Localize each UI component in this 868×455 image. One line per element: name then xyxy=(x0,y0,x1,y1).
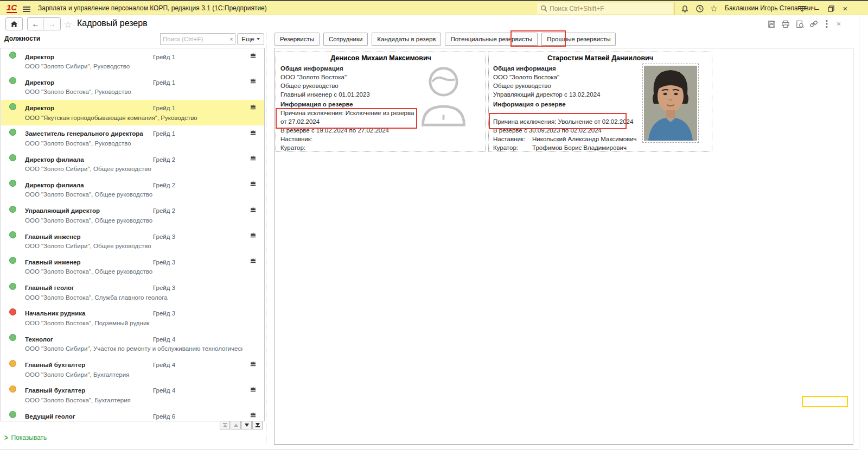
reservist-position: Главный инженер с 01.01.2023 xyxy=(280,90,420,99)
position-grade: Грейд 1 xyxy=(153,105,175,111)
status-dot-green xyxy=(9,257,16,264)
position-row[interactable]: Главный геологГрейд 3ООО "Золото Востока… xyxy=(1,280,264,305)
position-name: Главный бухгалтер xyxy=(25,362,153,368)
crown-icon xyxy=(250,231,257,238)
status-dot-green xyxy=(9,154,16,161)
reservist-name: Старостин Матвей Даниилович xyxy=(489,54,712,64)
position-grade: Грейд 6 xyxy=(153,413,175,420)
position-name: Главный инженер xyxy=(25,233,153,240)
section-reserve: Информация о резерве xyxy=(280,100,420,109)
forward-button[interactable]: → xyxy=(44,18,60,30)
curator-row: Куратор: xyxy=(280,143,420,152)
minimize-button[interactable]: – xyxy=(812,3,822,14)
tab-2[interactable]: Сотрудники xyxy=(323,33,368,46)
position-grade: Грейд 3 xyxy=(153,233,175,240)
mentor-row: Наставник: xyxy=(280,135,420,143)
position-row[interactable]: Управляющий директорГрейд 2ООО "Золото В… xyxy=(1,203,264,228)
close-form-button[interactable]: × xyxy=(833,19,844,29)
print-icon[interactable] xyxy=(780,19,791,29)
position-row[interactable]: Заместитель генерального директораГрейд … xyxy=(1,125,264,151)
status-dot-red xyxy=(9,308,16,315)
section-reserve: Информация о резерве xyxy=(493,100,637,109)
panel-splitter[interactable] xyxy=(266,33,266,445)
app-title: Зарплата и управление персоналом КОРП, р… xyxy=(38,4,267,12)
reservist-card-1: Денисов Михаил МаксимовичОбщая информаци… xyxy=(276,52,486,152)
status-dot-green xyxy=(9,206,16,213)
position-row[interactable]: Главный инженерГрейд 3ООО "Золото Сибири… xyxy=(1,228,264,254)
status-dot-green xyxy=(9,334,16,341)
position-row[interactable]: Директор филиалаГрейд 2ООО "Золото Восто… xyxy=(1,176,264,202)
show-filter-link[interactable]: > Показывать xyxy=(4,434,47,441)
position-row[interactable]: ДиректорГрейд 1ООО "Золото Востока", Рук… xyxy=(1,74,264,99)
position-row[interactable]: Главный инженерГрейд 3ООО "Золото Восток… xyxy=(1,254,264,279)
position-org: ООО "Золото Востока", Общее руководство xyxy=(25,268,242,279)
add-favorite-star-icon[interactable]: ☆ xyxy=(64,19,72,30)
save-icon[interactable] xyxy=(766,19,777,29)
reservist-dept: Общее руководство xyxy=(493,81,637,90)
reservist-card-2: Старостин Матвей ДанииловичОбщая информа… xyxy=(488,52,712,152)
exclusion-reason: Причина исключения: Увольнение от 02.02.… xyxy=(493,117,637,126)
positions-search-input[interactable] xyxy=(160,33,228,45)
home-button[interactable] xyxy=(5,17,23,30)
home-icon xyxy=(10,21,18,28)
main-menu-icon[interactable] xyxy=(23,5,30,15)
service-menu-icon[interactable] xyxy=(796,3,807,14)
position-org: ООО "Золото Востока", Бухгалтерия xyxy=(25,397,242,408)
position-name: Главный геолог xyxy=(25,285,153,291)
restore-button[interactable] xyxy=(826,3,837,14)
reservist-org: ООО "Золото Востока" xyxy=(280,73,420,81)
position-grade: Грейд 3 xyxy=(153,285,175,291)
position-name: Технолог xyxy=(25,336,153,343)
global-search-input[interactable]: Поиск Ctrl+Shift+F xyxy=(537,3,673,14)
get-link-icon[interactable] xyxy=(808,19,819,29)
position-name: Главный инженер xyxy=(25,259,153,266)
tab-5-active[interactable]: Прошлые резервисты xyxy=(541,33,616,46)
search-clear-button[interactable]: × xyxy=(228,33,235,45)
tab-3[interactable]: Кандидаты в резерв xyxy=(372,33,441,46)
position-name: Директор xyxy=(25,79,153,86)
curator-value: Трофимов Борис Владимирович xyxy=(532,144,627,151)
titlebar-divider xyxy=(674,2,675,15)
back-button[interactable]: ← xyxy=(28,18,44,30)
more-button[interactable]: Еще xyxy=(237,33,264,45)
position-org: ООО "Золото Востока", Общее руководство xyxy=(25,217,242,228)
tab-4[interactable]: Потенциальные резервисты xyxy=(445,33,538,46)
position-row[interactable]: Ведущий геологГрейд 6 xyxy=(1,408,264,421)
window-frame-bottom xyxy=(0,449,859,450)
position-row[interactable]: ТехнологГрейд 4ООО "Золото Сибири", Учас… xyxy=(1,331,264,356)
status-dot-green xyxy=(9,411,16,418)
position-name: Директор xyxy=(25,54,153,60)
position-row[interactable]: Начальник рудникаГрейд 3ООО "Золото Вост… xyxy=(1,305,264,331)
mentor-value: Никольский Александр Максимович xyxy=(532,136,637,142)
history-icon[interactable] xyxy=(694,3,705,14)
position-grade: Грейд 4 xyxy=(153,387,175,394)
status-dot-orange xyxy=(9,360,16,367)
position-row[interactable]: Главный бухгалтерГрейд 4ООО "Золото Вост… xyxy=(1,382,264,408)
position-org: ООО "Золото Востока", Руководство xyxy=(25,89,242,99)
go-previous-button[interactable] xyxy=(231,421,241,429)
position-org: ООО "Золото Сибири", Руководство xyxy=(25,63,242,74)
position-grade: Грейд 3 xyxy=(153,259,175,266)
more-actions-kebab-icon[interactable] xyxy=(821,19,832,29)
crown-icon xyxy=(250,52,257,59)
crown-icon xyxy=(250,411,257,418)
preview-icon[interactable] xyxy=(794,19,805,29)
status-dot-green xyxy=(9,231,16,238)
status-dot-green xyxy=(9,283,16,290)
tab-1[interactable]: Резервисты xyxy=(275,33,320,46)
section-general: Общая информация xyxy=(493,64,637,73)
position-row[interactable]: ДиректорГрейд 1ООО "Якутская горнодобыва… xyxy=(1,100,264,125)
favorites-star-icon[interactable]: ☆ xyxy=(709,3,719,14)
go-last-button[interactable] xyxy=(252,421,263,429)
position-row[interactable]: ДиректорГрейд 1ООО "Золото Сибири", Руко… xyxy=(1,48,264,74)
crown-icon xyxy=(250,386,257,393)
position-org: ООО "Золото Востока", Подземный рудник xyxy=(25,320,242,331)
position-row[interactable]: Директор филиалаГрейд 2ООО "Золото Сибир… xyxy=(1,151,264,176)
notifications-bell-icon[interactable] xyxy=(679,3,690,14)
position-grade: Грейд 2 xyxy=(153,207,175,214)
position-row[interactable]: Главный бухгалтерГрейд 4ООО "Золото Сиби… xyxy=(1,357,264,382)
section-general: Общая информация xyxy=(280,64,420,73)
go-next-button[interactable] xyxy=(241,421,252,429)
close-window-button[interactable]: × xyxy=(840,3,851,14)
go-first-button[interactable] xyxy=(220,421,230,429)
